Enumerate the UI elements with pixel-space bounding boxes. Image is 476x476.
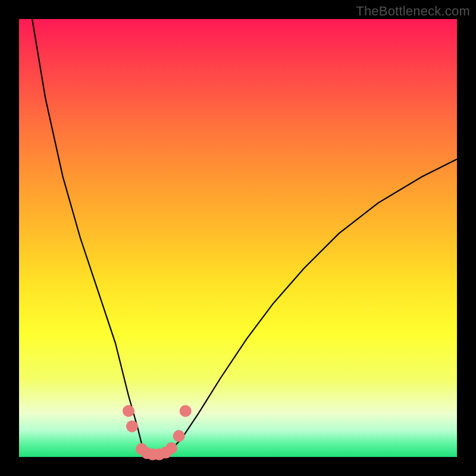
data-marker: [126, 421, 138, 433]
watermark-text: TheBottleneck.com: [356, 4, 470, 19]
data-markers: [123, 405, 192, 461]
data-marker: [123, 405, 134, 417]
bottleneck-curve: [32, 19, 457, 457]
chart-frame: TheBottleneck.com: [0, 0, 476, 476]
data-marker: [165, 442, 177, 454]
data-marker: [180, 405, 192, 417]
chart-svg: [19, 19, 457, 457]
data-marker: [173, 430, 185, 442]
